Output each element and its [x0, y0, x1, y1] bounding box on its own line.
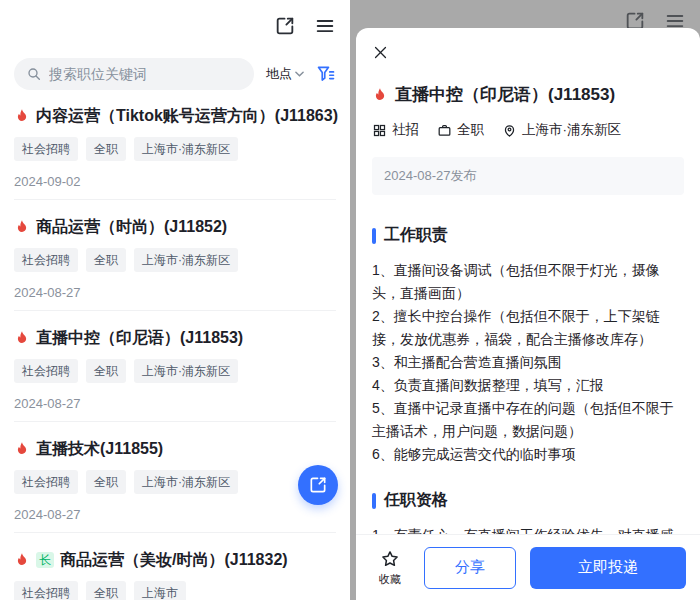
job-tag: 社会招聘	[14, 137, 78, 161]
section-heading: 工作职责	[384, 225, 448, 246]
job-location: 上海市·浦东新区	[502, 121, 621, 139]
job-tag: 全职	[86, 248, 126, 272]
recruit-type-label: 社招	[392, 121, 419, 139]
hot-flame-icon	[14, 441, 30, 457]
search-icon	[26, 66, 42, 82]
job-list: 内容运营（Tiktok账号运营方向）(J11863) 社会招聘 全职 上海市·浦…	[14, 105, 336, 600]
hot-flame-icon	[14, 219, 30, 235]
detail-action-bar: 收藏 分享 立即投递	[356, 534, 700, 600]
hot-flame-icon	[14, 108, 30, 124]
job-detail-sheet: 直播中控（印尼语）(J11853) 社招 全职	[356, 28, 700, 600]
section-accent-bar	[372, 493, 376, 509]
menu-icon[interactable]	[314, 15, 336, 37]
job-card[interactable]: 商品运营（时尚）(J11852) 社会招聘 全职 上海市·浦东新区 2024-0…	[14, 208, 336, 302]
hot-flame-icon	[14, 552, 30, 568]
share-icon	[308, 475, 328, 495]
location-pin-icon	[502, 123, 517, 138]
divider	[14, 199, 336, 200]
favorite-label: 收藏	[379, 572, 401, 587]
location-filter-label: 地点	[266, 65, 292, 83]
job-title: 商品运营（美妆/时尚）(J11832)	[60, 549, 288, 571]
publish-date-box: 2024-08-27发布	[372, 157, 684, 195]
divider	[14, 532, 336, 533]
job-date: 2024-08-27	[14, 395, 336, 413]
search-input[interactable]	[49, 66, 242, 82]
job-tag: 上海市·浦东新区	[134, 359, 238, 383]
job-tag: 上海市·浦东新区	[134, 470, 238, 494]
job-date: 2024-08-27	[14, 284, 336, 302]
job-title: 直播技术(J11855)	[36, 438, 163, 460]
filter-sort-icon[interactable]	[316, 64, 336, 84]
job-tag: 全职	[86, 470, 126, 494]
grid-icon	[372, 123, 387, 138]
job-tag: 上海市·浦东新区	[134, 248, 238, 272]
job-tag: 社会招聘	[14, 248, 78, 272]
detail-meta-row: 社招 全职 上海市·浦东新区	[372, 121, 684, 139]
job-tag: 社会招聘	[14, 359, 78, 383]
job-date: 2024-08-27	[14, 506, 336, 524]
detail-job-title: 直播中控（印尼语）(J11853)	[395, 83, 615, 107]
duty-line: 5、直播中记录直播中存在的问题（包括但不限于主播话术，用户问题，数据问题）	[372, 397, 684, 443]
hot-flame-icon	[14, 330, 30, 346]
search-input-wrapper[interactable]	[14, 58, 254, 90]
duty-line: 1、直播间设备调试（包括但不限于灯光，摄像头，直播画面）	[372, 259, 684, 305]
section-accent-bar	[372, 228, 376, 244]
recruit-type: 社招	[372, 121, 419, 139]
job-title: 商品运营（时尚）(J11852)	[36, 216, 227, 238]
job-title: 内容运营（Tiktok账号运营方向）(J11863)	[36, 105, 338, 127]
apply-button[interactable]: 立即投递	[530, 547, 686, 589]
search-filter-row: 地点	[14, 58, 336, 90]
duty-line: 4、负责直播间数据整理，填写，汇报	[372, 374, 684, 397]
divider	[14, 310, 336, 311]
section-heading: 任职资格	[384, 490, 448, 511]
chevron-down-icon	[295, 71, 304, 77]
star-icon	[380, 549, 400, 569]
duty-line: 2、擅长中控台操作（包括但不限于，上下架链接，发放优惠券，福袋，配合主播修改库存…	[372, 305, 684, 351]
duty-line: 6、能够完成运营交代的临时事项	[372, 443, 684, 466]
job-tag: 全职	[86, 359, 126, 383]
detail-job-title-row: 直播中控（印尼语）(J11853)	[372, 83, 684, 107]
list-header	[14, 0, 336, 38]
job-list-panel: 地点 内容运营（Tiktok账号运营方向）(J11863) 社会招聘 全职 上海…	[0, 0, 350, 600]
section-responsibilities: 工作职责 1、直播间设备调试（包括但不限于灯光，摄像头，直播画面） 2、擅长中控…	[372, 225, 684, 466]
share-fab-button[interactable]	[298, 465, 338, 505]
employment-type: 全职	[437, 121, 484, 139]
job-detail-panel: 直播中控（印尼语）(J11853) 社招 全职	[350, 0, 700, 600]
briefcase-icon	[437, 123, 452, 138]
job-tag: 全职	[86, 581, 126, 600]
job-card[interactable]: 直播技术(J11855) 社会招聘 全职 上海市·浦东新区 2024-08-27	[14, 430, 336, 524]
job-card[interactable]: 内容运营（Tiktok账号运营方向）(J11863) 社会招聘 全职 上海市·浦…	[14, 105, 336, 191]
share-button[interactable]: 分享	[424, 547, 516, 589]
job-date: 2024-09-02	[14, 173, 336, 191]
job-card[interactable]: 直播中控（印尼语）(J11853) 社会招聘 全职 上海市·浦东新区 2024-…	[14, 319, 336, 413]
employment-type-label: 全职	[457, 121, 484, 139]
job-tag: 上海市·浦东新区	[134, 137, 238, 161]
job-tag: 社会招聘	[14, 470, 78, 494]
share-icon[interactable]	[274, 15, 296, 37]
job-tag: 社会招聘	[14, 581, 78, 600]
job-title: 直播中控（印尼语）(J11853)	[36, 327, 243, 349]
hot-flame-icon	[372, 87, 388, 103]
job-card[interactable]: 长 商品运营（美妆/时尚）(J11832) 社会招聘 全职 上海市 2024-0…	[14, 541, 336, 600]
section-body: 1、直播间设备调试（包括但不限于灯光，摄像头，直播画面） 2、擅长中控台操作（包…	[372, 259, 684, 466]
job-tag: 全职	[86, 137, 126, 161]
job-location-label: 上海市·浦东新区	[522, 121, 621, 139]
job-tag: 上海市	[134, 581, 186, 600]
divider	[14, 421, 336, 422]
close-icon[interactable]	[372, 44, 389, 61]
long-term-badge: 长	[36, 552, 54, 568]
duty-line: 3、和主播配合营造直播间氛围	[372, 351, 684, 374]
favorite-button[interactable]: 收藏	[370, 549, 410, 587]
location-filter-dropdown[interactable]: 地点	[266, 65, 304, 83]
